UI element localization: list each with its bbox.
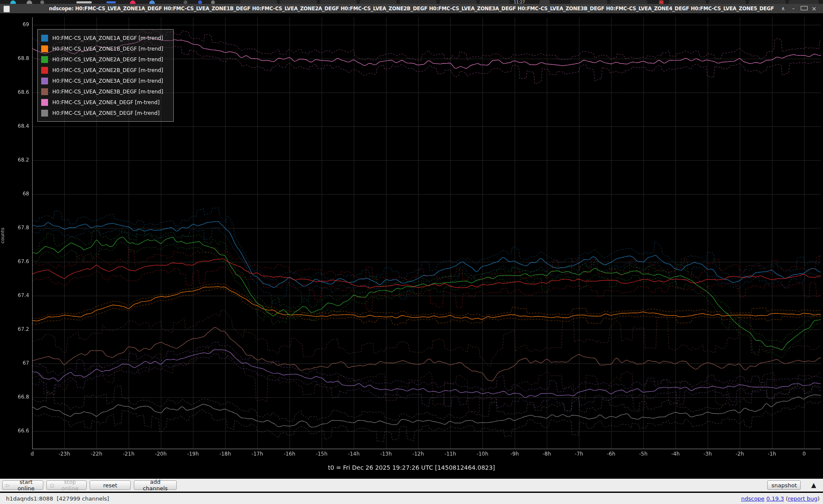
legend-item[interactable]: H0:FMC-CS_LVEA_ZONE3B_DEGF [m-trend]: [41, 86, 170, 97]
legend-swatch: [41, 67, 48, 74]
legend-label: H0:FMC-CS_LVEA_ZONE1A_DEGF [m-trend]: [52, 35, 163, 41]
taskbar-app-icon: [27, 0, 32, 4]
start-online-label: start online: [12, 479, 39, 492]
taskbar-window-tab: [479, 0, 509, 4]
t0-label: t0 = Fri Dec 26 2025 19:27:26 UTC [14508…: [0, 464, 823, 471]
legend-item[interactable]: H0:FMC-CS_LVEA_ZONE2B_DEGF [m-trend]: [41, 65, 170, 75]
taskbar-app-icon: [10, 0, 16, 4]
taskbar-app-icon: [76, 1, 92, 3]
taskbar-window-tab: [280, 0, 317, 4]
legend-item[interactable]: H0:FMC-CS_LVEA_ZONE1A_DEGF [m-trend]: [41, 33, 170, 43]
taskbar-app-icon: [149, 0, 155, 4]
snapshot-button[interactable]: snapshot: [767, 480, 801, 490]
legend-label: H0:FMC-CS_LVEA_ZONE2B_DEGF [m-trend]: [52, 67, 163, 73]
minimize-button[interactable]: –: [790, 4, 796, 13]
legend-label: H0:FMC-CS_LVEA_ZONE4_DEGF [m-trend]: [52, 99, 160, 105]
taskbar-window-tab: [440, 0, 476, 4]
reset-button[interactable]: reset: [90, 480, 131, 490]
legend-swatch: [41, 56, 48, 63]
taskbar-window-tab: [789, 0, 819, 4]
legend: H0:FMC-CS_LVEA_ZONE1A_DEGF [m-trend]H0:F…: [37, 29, 174, 122]
shade-button[interactable]: ∧: [780, 4, 786, 13]
legend-label: H0:FMC-CS_LVEA_ZONE3A_DEGF [m-trend]: [52, 78, 163, 84]
start-online-button[interactable]: ▷ start online: [2, 480, 43, 490]
legend-swatch: [41, 99, 48, 106]
legend-item[interactable]: H0:FMC-CS_LVEA_ZONE3A_DEGF [m-trend]: [41, 75, 170, 86]
stop-online-label: stop online: [57, 479, 83, 492]
taskbar-window-tab: [669, 0, 706, 4]
legend-item[interactable]: H0:FMC-CS_LVEA_ZONE4_DEGF [m-trend]: [41, 97, 170, 108]
taskbar-app-icon: [184, 0, 187, 4]
taskbar-window-tab: [400, 0, 437, 4]
taskbar-window-tab: [610, 0, 647, 4]
expand-panel-button[interactable]: ▲: [811, 482, 816, 489]
taskbar-clock: 11:27: [514, 0, 525, 4]
taskbar-window-tab: [320, 0, 357, 4]
close-button[interactable]: ×: [811, 4, 817, 13]
maximize-button[interactable]: [801, 4, 807, 13]
legend-swatch: [41, 35, 48, 42]
legend-item[interactable]: H0:FMC-CS_LVEA_ZONE1B_DEGF [m-trend]: [41, 43, 170, 54]
legend-swatch: [41, 110, 48, 117]
add-channels-button[interactable]: add channels: [134, 480, 177, 490]
window-title: ndscope: H0:FMC-CS_LVEA_ZONE1A_DEGF H0:F…: [0, 6, 823, 12]
legend-swatch: [41, 78, 48, 84]
stop-icon: ◻: [50, 483, 54, 488]
legend-label: H0:FMC-CS_LVEA_ZONE3B_DEGF [m-trend]: [52, 89, 163, 95]
taskbar-window-tab: [240, 0, 277, 4]
desktop-taskbar: 11:27: [0, 0, 823, 4]
taskbar-app-icon: [211, 0, 215, 4]
legend-label: H0:FMC-CS_LVEA_ZONE1B_DEGF [m-trend]: [52, 46, 163, 52]
legend-label: H0:FMC-CS_LVEA_ZONE5_DEGF [m-trend]: [52, 110, 160, 116]
version-link[interactable]: 0.19.3: [766, 495, 784, 502]
titlebar: ndscope: H0:FMC-CS_LVEA_ZONE1A_DEGF H0:F…: [0, 4, 823, 13]
stop-online-button[interactable]: ◻ stop online: [46, 480, 87, 490]
taskbar-app-icon: [40, 0, 44, 4]
taskbar-app-icon: [130, 0, 136, 4]
taskbar-window-tab: [749, 0, 786, 4]
legend-item[interactable]: H0:FMC-CS_LVEA_ZONE5_DEGF [m-trend]: [41, 108, 170, 118]
legend-swatch: [41, 88, 48, 95]
y-axis-label: counts: [0, 223, 6, 249]
taskbar-app-icon: [106, 1, 116, 3]
window-icon: [3, 6, 10, 12]
statusbar: h1daqnds1:8088 [427999 channels] ndscope…: [0, 493, 823, 504]
legend-label: H0:FMC-CS_LVEA_ZONE2A_DEGF [m-trend]: [52, 57, 163, 63]
taskbar-window-tab: [570, 0, 607, 4]
taskbar-window-tab: [360, 0, 397, 4]
version-info: ndscope 0.19.3 (report bug): [741, 495, 823, 502]
maximize-icon: [801, 6, 808, 10]
paren: ): [817, 495, 820, 502]
taskbar-tray-icon: [659, 0, 663, 4]
taskbar-window-tab: [709, 0, 746, 4]
legend-item[interactable]: H0:FMC-CS_LVEA_ZONE2A_DEGF [m-trend]: [41, 54, 170, 65]
server-status: h1daqnds1:8088 [427999 channels]: [0, 495, 109, 502]
taskbar-tray-icon: [540, 0, 550, 4]
report-bug-link[interactable]: report bug: [788, 495, 817, 502]
ndscope-link[interactable]: ndscope: [741, 495, 765, 502]
play-icon: ▷: [6, 483, 9, 488]
legend-swatch: [41, 45, 48, 52]
taskbar-app-icon: [198, 0, 202, 4]
chart-pane: H0:FMC-CS_LVEA_ZONE1A_DEGF [m-trend]H0:F…: [0, 13, 823, 479]
toolbar: ▷ start online ◻ stop online reset add c…: [0, 479, 823, 492]
